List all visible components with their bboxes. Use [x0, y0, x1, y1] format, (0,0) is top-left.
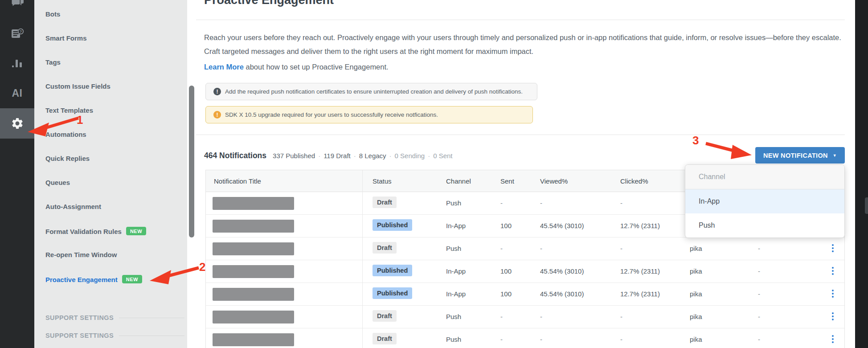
sidebar-item-label: Re-open Time Window: [45, 251, 117, 258]
sidebar-item-proactive-engagement[interactable]: Proactive EngagementNEW: [45, 275, 142, 284]
viewed-cell: -: [540, 199, 542, 207]
sent-cell: 100: [500, 222, 512, 229]
left-rail: ? AI: [0, 0, 34, 348]
sidebar-item-tags[interactable]: Tags: [45, 58, 61, 67]
row-actions-kebab-icon[interactable]: [830, 290, 836, 299]
status-badge: Draft: [373, 310, 397, 322]
sidebar-item-re-open-time-window[interactable]: Re-open Time Window: [45, 251, 117, 260]
notifications-stats: 464 Notifications337 Published·119 Draft…: [204, 151, 453, 160]
sidebar-item-label: Text Templates: [45, 106, 93, 114]
clicked-cell: -: [620, 336, 622, 343]
notification-title-placeholder: [213, 265, 294, 278]
notification-title-placeholder: [213, 242, 294, 255]
extra-cell: -: [758, 290, 760, 298]
new-notification-button[interactable]: NEW NOTIFICATION▼: [755, 147, 845, 164]
sidebar-section-header: SUPPORT SETTINGS: [45, 313, 184, 322]
sidebar-scrollbar[interactable]: [189, 86, 194, 237]
stat-item: 8 Legacy: [359, 152, 386, 160]
status-badge: Published: [373, 287, 412, 299]
table-row[interactable]: DraftPush---pika-: [206, 328, 844, 348]
column-header-viewed-: Viewed%: [540, 177, 568, 185]
sidebar-item-format-validation-rules[interactable]: Format Validation RulesNEW: [45, 227, 146, 236]
row-actions-kebab-icon[interactable]: [830, 312, 836, 322]
author-cell: pika: [690, 267, 702, 275]
sidebar-item-auto-assignment[interactable]: Auto-Assignment: [45, 203, 101, 212]
sidebar-item-smart-forms[interactable]: Smart Forms: [45, 34, 87, 43]
viewed-cell: -: [540, 245, 542, 252]
window-scrollbar-thumb[interactable]: [865, 197, 868, 214]
sidebar-item-label: Quick Replies: [45, 155, 90, 162]
notification-title-placeholder: [213, 220, 294, 233]
sidebar-item-queues[interactable]: Queues: [45, 179, 70, 188]
table-row[interactable]: DraftPush---pika-: [206, 237, 844, 260]
column-header-notification-title: Notification Title: [214, 177, 261, 185]
row-actions-kebab-icon[interactable]: [830, 267, 836, 277]
chevron-down-icon: ▼: [833, 153, 837, 158]
page-description: Reach your users before they reach out. …: [204, 31, 847, 58]
banner-text: SDK X 10.5 upgrade required for your use…: [225, 111, 438, 118]
channel-dropdown: Channel In-AppPush: [685, 164, 845, 238]
stat-item: 0 Sent: [433, 152, 452, 160]
sidebar-item-label: Bots: [45, 10, 60, 18]
column-header-status: Status: [373, 177, 392, 185]
stat-separator: ·: [354, 152, 356, 160]
sidebar-item-automations[interactable]: Automations: [45, 131, 86, 139]
viewed-cell: -: [540, 313, 542, 320]
sidebar-item-label: Format Validation Rules: [45, 228, 122, 235]
row-actions-kebab-icon[interactable]: [830, 335, 836, 345]
ai-icon[interactable]: AI: [0, 87, 34, 99]
clicked-cell: 12.7% (2311): [620, 267, 660, 275]
table-row[interactable]: PublishedIn-App10045.54% (3010)12.7% (23…: [206, 283, 844, 306]
notification-title-placeholder: [213, 288, 294, 301]
window-right-band: [855, 0, 868, 348]
warning-banner: !SDK X 10.5 upgrade required for your us…: [205, 106, 533, 123]
channel-cell: In-App: [446, 290, 466, 298]
table-row[interactable]: PublishedIn-App10045.54% (3010)12.7% (23…: [206, 260, 844, 283]
svg-text:?: ?: [19, 29, 22, 34]
dropdown-item-push[interactable]: Push: [685, 213, 844, 237]
page-title: Proactive Engagement: [204, 0, 334, 7]
chat-icon[interactable]: [0, 0, 34, 8]
author-cell: pika: [690, 245, 702, 252]
clicked-cell: 12.7% (2311): [620, 290, 660, 298]
warning-icon: !: [213, 111, 221, 119]
faq-icon[interactable]: ?: [0, 28, 34, 41]
main-content: Proactive Engagement Reach your users be…: [187, 0, 856, 348]
sidebar-item-label: Automations: [45, 131, 86, 138]
stat-separator: ·: [428, 152, 430, 160]
sidebar-item-bots[interactable]: Bots: [45, 10, 60, 19]
viewed-cell: -: [540, 336, 542, 343]
analytics-icon[interactable]: [0, 57, 34, 69]
clicked-cell: -: [620, 313, 622, 320]
sent-cell: -: [500, 199, 503, 207]
sent-cell: 100: [500, 290, 512, 298]
author-cell: pika: [690, 313, 702, 320]
section-rule: [119, 318, 184, 318]
viewed-cell: 45.54% (3010): [540, 222, 584, 229]
settings-gear-icon[interactable]: [0, 117, 34, 130]
info-banner: !Add the required push notification cert…: [205, 83, 537, 100]
dropdown-item-in-app[interactable]: In-App: [685, 189, 844, 213]
viewed-cell: 45.54% (3010): [540, 290, 584, 298]
sidebar-section-label: SUPPORT SETTINGS: [45, 314, 114, 321]
stat-item: 119 Draft: [323, 152, 351, 160]
learn-more-link[interactable]: Learn More: [204, 63, 244, 71]
status-badge: Draft: [373, 242, 397, 254]
row-actions-kebab-icon[interactable]: [830, 244, 836, 254]
channel-cell: Push: [446, 245, 461, 252]
sidebar-item-quick-replies[interactable]: Quick Replies: [45, 155, 90, 164]
channel-cell: Push: [446, 336, 461, 343]
sidebar-item-text-templates[interactable]: Text Templates: [45, 106, 93, 115]
new-badge: NEW: [126, 227, 146, 235]
notification-title-placeholder: [213, 311, 294, 323]
sidebar-item-label: Tags: [45, 58, 61, 66]
clicked-cell: -: [620, 245, 622, 252]
sidebar-item-custom-issue-fields[interactable]: Custom Issue Fields: [45, 82, 111, 91]
sent-cell: -: [500, 313, 503, 320]
stat-separator: ·: [389, 152, 392, 160]
channel-cell: In-App: [446, 222, 466, 229]
table-row[interactable]: DraftPush---pika-: [206, 306, 844, 328]
section-rule: [119, 336, 184, 336]
settings-sidebar: BotsSmart FormsTagsCustom Issue FieldsTe…: [34, 0, 187, 348]
sidebar-item-label: Auto-Assignment: [45, 203, 101, 210]
